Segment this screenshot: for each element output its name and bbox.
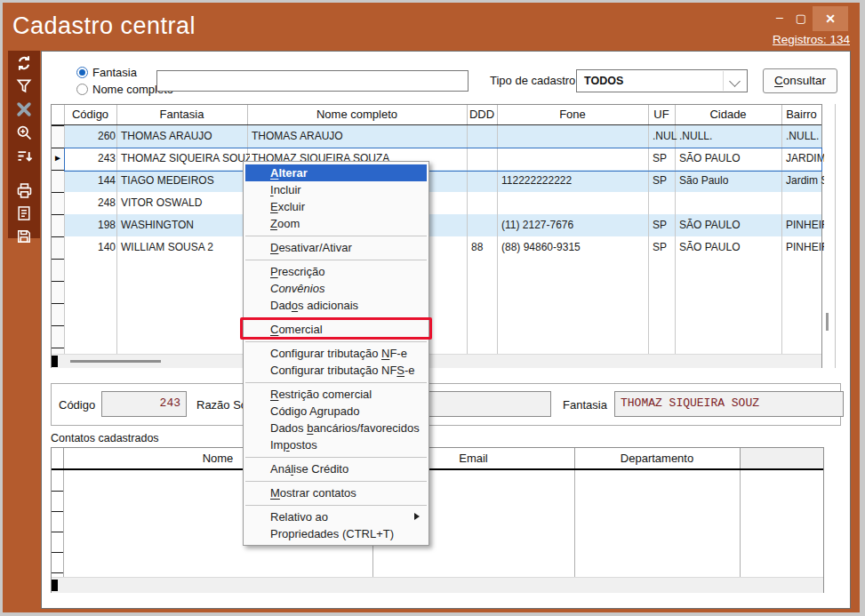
refresh-icon[interactable]	[11, 52, 37, 74]
column-header-fone[interactable]: Fone	[497, 108, 648, 121]
cell-fone[interactable]	[498, 192, 651, 214]
radio-nome-completo[interactable]	[76, 84, 88, 95]
search-input[interactable]	[156, 70, 469, 92]
column-header-nome[interactable]: Nome completo	[247, 108, 467, 121]
cell-fone[interactable]: (11) 2127-7676	[498, 214, 651, 236]
cell-fantasia[interactable]: THOMAS ARAUJO	[117, 125, 250, 148]
zoom-icon[interactable]	[11, 122, 37, 143]
grid-vscroll-thumb[interactable]	[826, 313, 829, 331]
menu-item-configurar-tributa-o-nfs-e[interactable]: Configurar tributação NFS-e	[244, 362, 428, 379]
contacts-filler-header	[740, 448, 823, 468]
column-header-fantasia[interactable]: Fantasia	[116, 108, 247, 121]
cell-bairro[interactable]: .NULL.	[782, 125, 824, 148]
cell-ddd[interactable]	[468, 192, 500, 214]
registros-count-link[interactable]: Registros: 134	[676, 33, 850, 46]
menu-item-comercial[interactable]: Comercial	[244, 321, 428, 338]
menu-separator	[245, 505, 427, 506]
minimize-button[interactable]: –	[770, 9, 789, 28]
cell-uf[interactable]: .NULL.	[649, 125, 677, 148]
column-header-cidade[interactable]: Cidade	[675, 108, 781, 121]
cell-fantasia[interactable]: WASHINGTON	[117, 214, 250, 236]
menu-item-dados-adicionais[interactable]: Dados adicionais	[244, 297, 428, 314]
codigo-label: Código	[59, 398, 95, 412]
menu-item-propriedades-ctrl-t[interactable]: Propriedades (CTRL+T)	[244, 525, 428, 542]
cell-uf[interactable]	[649, 192, 677, 214]
menu-item-zoom[interactable]: Zoom	[244, 215, 428, 232]
column-header-uf[interactable]: UF	[648, 108, 675, 121]
menu-item-excluir[interactable]: Excluir	[244, 198, 428, 215]
menu-item-alterar[interactable]: Alterar	[245, 164, 427, 181]
cell-fone[interactable]	[498, 125, 651, 148]
maximize-button[interactable]: ▢	[791, 9, 811, 28]
menu-item-conv-nios[interactable]: Convênios	[244, 280, 428, 297]
cell-nome[interactable]: THOMAS ARAUJO	[248, 125, 469, 148]
filter-icon[interactable]	[11, 76, 37, 97]
cell-fone[interactable]: (88) 94860-9315	[498, 236, 651, 259]
column-header-ddd[interactable]: DDD	[467, 108, 497, 121]
consultar-button[interactable]: Consultar	[763, 68, 837, 93]
cell-ddd[interactable]	[468, 170, 500, 192]
cell-ddd[interactable]: 88	[468, 236, 500, 259]
contacts-horizontal-scrollbar[interactable]	[52, 577, 823, 593]
radio-dot	[79, 69, 85, 76]
cell-codigo[interactable]: 140	[65, 236, 120, 259]
scrollbar-origin-box	[52, 356, 58, 367]
cell-uf[interactable]: SP	[649, 170, 677, 192]
menu-item-desativar-ativar[interactable]: Desativar/Ativar	[244, 239, 428, 256]
cell-codigo[interactable]: 248	[65, 192, 120, 214]
toolbar-group-gap	[8, 167, 40, 178]
report-icon[interactable]	[11, 203, 37, 224]
menu-separator	[245, 341, 427, 342]
clear-filter-icon[interactable]	[11, 99, 37, 120]
cell-cidade[interactable]: .NULL.	[676, 125, 784, 148]
cell-fone[interactable]: 112222222222	[498, 170, 651, 192]
cell-uf[interactable]: SP	[649, 214, 677, 236]
menu-item-configurar-tributa-o-nf-e[interactable]: Configurar tributação NF-e	[244, 345, 428, 362]
cell-cidade[interactable]	[676, 192, 784, 214]
menu-item-mostrar-contatos[interactable]: Mostrar contatos	[244, 484, 428, 501]
cell-fantasia[interactable]: TIAGO MEDEIROS	[117, 170, 250, 192]
cell-codigo[interactable]: 144	[65, 170, 120, 192]
menu-item-relativo-ao[interactable]: Relativo ao	[244, 508, 428, 525]
save-icon[interactable]	[11, 226, 37, 247]
cell-bairro[interactable]: PINHEIROS	[782, 236, 824, 259]
contacts-grid: NomeEmailDepartamento	[51, 447, 824, 593]
tipo-cadastro-select[interactable]: TODOS	[576, 69, 748, 92]
cell-bairro[interactable]: PINHEIROS	[782, 214, 824, 236]
menu-item-an-lise-cr-dito[interactable]: Análise Crédito	[244, 460, 428, 477]
cell-bairro[interactable]	[782, 192, 824, 214]
fantasia-label: Fantasia	[563, 398, 607, 412]
menu-item-prescri-o[interactable]: Prescrição	[244, 263, 428, 280]
cell-codigo[interactable]: 260	[65, 125, 120, 148]
sort-icon[interactable]	[11, 145, 37, 166]
radio-fantasia[interactable]	[76, 67, 88, 78]
print-icon[interactable]	[11, 180, 37, 201]
menu-item-dados-banc-rios-favorecidos[interactable]: Dados bancários/favorecidos	[244, 420, 428, 436]
close-button[interactable]: ✕	[813, 6, 848, 31]
grid-vertical-scrollbar[interactable]	[835, 104, 836, 368]
cell-ddd[interactable]	[468, 125, 500, 148]
menu-item-impostos[interactable]: Impostos	[244, 436, 428, 453]
cell-ddd[interactable]	[468, 214, 500, 236]
menu-item-c-digo-agrupado[interactable]: Código Agrupado	[244, 403, 428, 420]
menu-item-incluir[interactable]: Incluir	[244, 181, 428, 198]
window-title: Cadastro central	[12, 12, 196, 40]
chevron-down-icon[interactable]	[723, 71, 746, 91]
contacts-column-header[interactable]: Departamento	[574, 452, 740, 465]
column-header-codigo[interactable]: Código	[64, 108, 116, 121]
cell-cidade[interactable]: SÃO PAULO	[676, 236, 784, 259]
cell-cidade[interactable]: SÃO PAULO	[676, 214, 784, 236]
cell-cidade[interactable]: São Paulo	[676, 170, 784, 192]
red-highlight-annotation	[240, 317, 432, 340]
cell-fantasia[interactable]: VITOR OSWALD	[117, 192, 250, 214]
column-header-bairro[interactable]: Bairro	[781, 108, 821, 121]
left-toolbar	[8, 51, 40, 238]
menu-separator	[245, 260, 427, 260]
grid-horizontal-scrollbar[interactable]	[52, 354, 821, 368]
cell-fantasia[interactable]: WILLIAM SOUSA 2	[117, 236, 250, 259]
cell-uf[interactable]: SP	[649, 236, 677, 259]
hscroll-thumb[interactable]	[70, 360, 161, 363]
menu-item-restri-o-comercial[interactable]: Restrição comercial	[244, 386, 428, 403]
cell-bairro[interactable]: Jardim S	[782, 170, 824, 192]
cell-codigo[interactable]: 198	[65, 214, 120, 236]
